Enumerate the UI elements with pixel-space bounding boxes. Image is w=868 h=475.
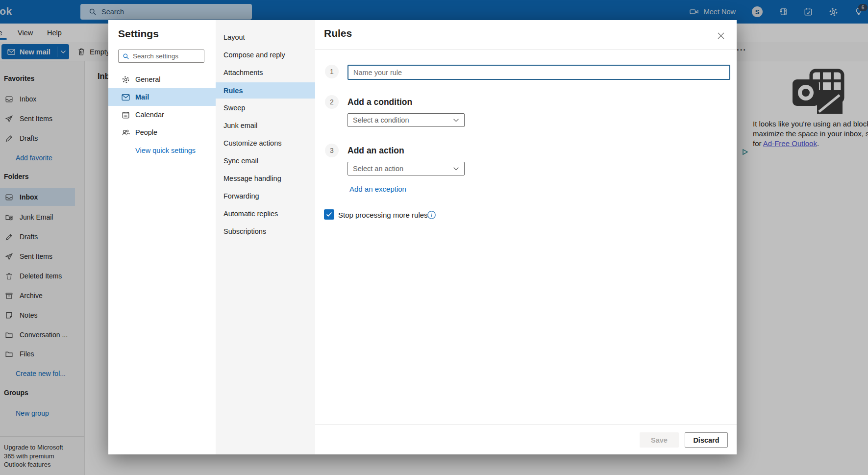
close-settings-button[interactable] bbox=[713, 28, 729, 44]
category-automatic-replies[interactable]: Automatic replies bbox=[216, 206, 315, 221]
rules-panel: Rules 1 Name your rule 2 Add a condition… bbox=[315, 20, 737, 454]
settings-nav-column: Settings Search settings General Mail Ca… bbox=[108, 20, 216, 454]
step-1-badge: 1 bbox=[325, 65, 339, 78]
chevron-down-icon bbox=[453, 167, 459, 171]
envelope-icon bbox=[122, 94, 130, 101]
category-customize-actions[interactable]: Customize actions bbox=[216, 136, 315, 150]
save-button[interactable]: Save bbox=[640, 432, 679, 448]
calendar-icon bbox=[122, 111, 130, 119]
action-dropdown[interactable]: Select an action bbox=[347, 162, 465, 175]
step-2-badge: 2 bbox=[325, 95, 339, 109]
category-sync-email[interactable]: Sync email bbox=[216, 153, 315, 168]
view-quick-settings-link[interactable]: View quick settings bbox=[135, 147, 196, 154]
category-forwarding[interactable]: Forwarding bbox=[216, 189, 315, 203]
settings-search-placeholder: Search settings bbox=[133, 52, 178, 60]
outlook-app-window: Outlook Search Meet Now S bbox=[0, 0, 868, 475]
category-layout[interactable]: Layout bbox=[216, 30, 315, 45]
check-icon bbox=[326, 212, 332, 217]
rule-name-placeholder: Name your rule bbox=[353, 69, 402, 76]
header-divider bbox=[315, 49, 737, 50]
category-message-handling[interactable]: Message handling bbox=[216, 171, 315, 186]
settings-nav-mail[interactable]: Mail bbox=[108, 88, 216, 106]
people-icon bbox=[122, 128, 130, 137]
category-junk-email[interactable]: Junk email bbox=[216, 118, 315, 133]
add-condition-label: Add a condition bbox=[347, 97, 412, 107]
settings-nav-calendar[interactable]: Calendar bbox=[108, 106, 216, 124]
settings-nav-people[interactable]: People bbox=[108, 124, 216, 141]
rules-panel-title: Rules bbox=[324, 27, 352, 39]
stop-processing-label[interactable]: Stop processing more rules bbox=[338, 211, 428, 219]
settings-title: Settings bbox=[118, 28, 159, 40]
category-subscriptions[interactable]: Subscriptions bbox=[216, 224, 315, 239]
add-exception-link[interactable]: Add an exception bbox=[349, 185, 406, 193]
search-icon bbox=[123, 53, 129, 60]
category-rules-selected[interactable]: Rules bbox=[216, 82, 315, 99]
info-icon[interactable] bbox=[427, 210, 436, 220]
discard-button[interactable]: Discard bbox=[685, 432, 728, 448]
category-attachments[interactable]: Attachments bbox=[216, 65, 315, 80]
step-3-badge: 3 bbox=[325, 144, 339, 157]
category-compose[interactable]: Compose and reply bbox=[216, 48, 315, 62]
chevron-down-icon bbox=[453, 118, 459, 123]
settings-modal: Settings Search settings General Mail Ca… bbox=[108, 20, 737, 454]
add-action-label: Add an action bbox=[347, 146, 404, 156]
close-icon bbox=[717, 32, 725, 40]
footer-divider bbox=[315, 424, 737, 425]
stop-processing-checkbox[interactable] bbox=[324, 209, 334, 220]
gear-icon bbox=[122, 75, 130, 84]
settings-category-column: Layout Compose and reply Attachments Rul… bbox=[216, 20, 315, 454]
settings-search-input[interactable]: Search settings bbox=[118, 50, 204, 63]
condition-dropdown[interactable]: Select a condition bbox=[347, 113, 465, 127]
rule-name-input[interactable]: Name your rule bbox=[347, 65, 730, 80]
category-sweep[interactable]: Sweep bbox=[216, 100, 315, 115]
settings-nav-general[interactable]: General bbox=[108, 71, 216, 88]
